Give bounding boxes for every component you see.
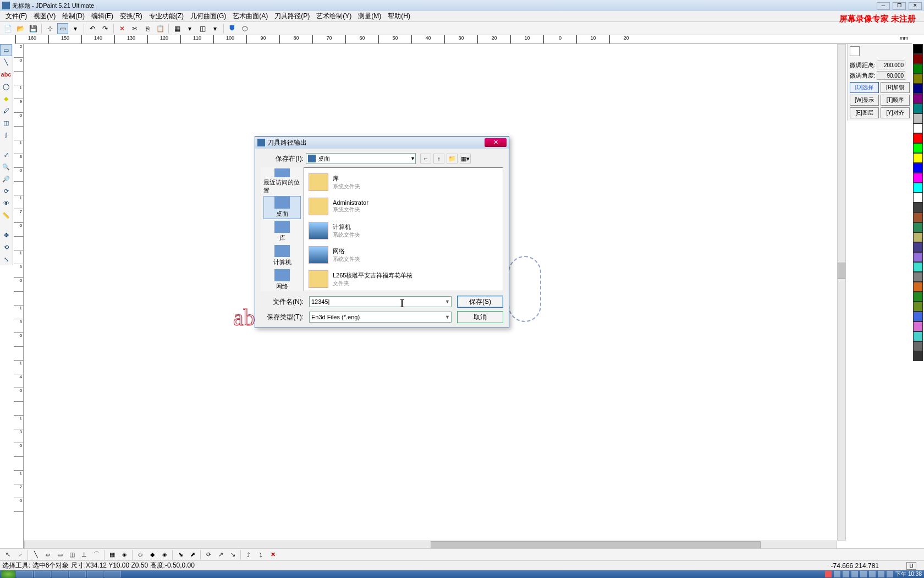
cancel-button[interactable]: 取消 <box>457 311 503 323</box>
places-bar: 最近访问的位置桌面库计算机网络 <box>261 167 304 291</box>
filetype-label: 保存类型(T): <box>261 313 304 322</box>
save-in-label: 保存在(I): <box>261 154 304 163</box>
viewmode-icon[interactable]: ▦▾ <box>460 154 471 163</box>
place-item[interactable]: 网络 <box>263 268 301 291</box>
file-list[interactable]: 库系统文件夹Administrator系统文件夹计算机系统文件夹网络系统文件夹L… <box>304 167 503 291</box>
file-item[interactable]: Administrator系统文件夹 <box>306 194 501 219</box>
file-item[interactable]: 网络系统文件夹 <box>306 243 501 267</box>
dialog-titlebar[interactable]: 刀具路径输出 ✕ <box>255 137 509 149</box>
up-icon[interactable]: ↑ <box>433 154 444 163</box>
save-dialog: 刀具路径输出 ✕ 保存在(I): 桌面 ▼ ← ↑ 📁 ▦▾ 最 <box>255 136 509 328</box>
place-item[interactable]: 计算机 <box>263 244 301 268</box>
save-button[interactable]: 保存(S) <box>457 296 503 308</box>
desktop-icon <box>308 155 316 162</box>
filename-input[interactable]: 12345| ▼ <box>309 296 452 307</box>
dialog-title: 刀具路径输出 <box>267 138 307 148</box>
place-item[interactable]: 最近访问的位置 <box>263 168 301 195</box>
file-item[interactable]: 计算机系统文件夹 <box>306 219 501 243</box>
filename-label: 文件名(N): <box>261 297 304 307</box>
file-item[interactable]: L265核雕平安吉祥福寿花单核文件夹 <box>306 267 501 291</box>
text-cursor-icon <box>402 299 403 307</box>
dialog-close-button[interactable]: ✕ <box>485 138 507 147</box>
dialog-icon <box>257 139 265 146</box>
place-item[interactable]: 库 <box>263 220 301 243</box>
filetype-combo[interactable]: En3d Files (*.eng) ▼ <box>309 312 452 323</box>
newfolder-icon[interactable]: 📁 <box>447 154 458 163</box>
place-item[interactable]: 桌面 <box>263 196 301 219</box>
back-icon[interactable]: ← <box>420 154 431 163</box>
save-in-combo[interactable]: 桌面 ▼ <box>306 153 416 164</box>
file-item[interactable]: 库系统文件夹 <box>306 170 501 194</box>
dialog-overlay: 刀具路径输出 ✕ 保存在(I): 桌面 ▼ ← ↑ 📁 ▦▾ 最 <box>0 0 924 578</box>
